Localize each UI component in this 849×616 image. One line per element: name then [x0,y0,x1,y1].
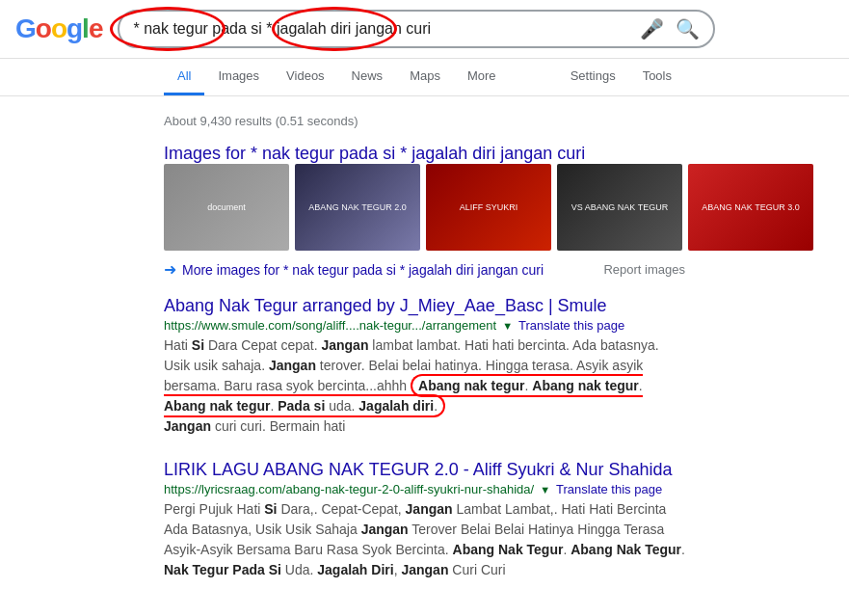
search-bar: 🎤 🔍 [118,10,715,48]
result-snippet-2: Pergi Pujuk Hati Si Dara,. Cepat-Cepat, … [164,499,685,580]
translate-link-2[interactable]: Translate this page [556,482,662,496]
tab-maps[interactable]: Maps [396,59,454,95]
result-url-1: https://www.smule.com/song/aliff....nak-… [164,318,496,333]
result-item-2: LIRIK LAGU ABANG NAK TEGUR 2.0 - Aliff S… [164,460,685,580]
thumbnail-5[interactable]: ABANG NAK TEGUR 3.0 [688,164,813,251]
tab-tools[interactable]: Tools [629,59,685,95]
thumbnail-1[interactable]: document [164,164,289,251]
thumb-label-5: ABANG NAK TEGUR 3.0 [688,164,813,251]
report-images-link[interactable]: Report images [603,262,685,277]
result-url-row-2: https://lyricsraag.com/abang-nak-tegur-2… [164,482,685,496]
result-title-1[interactable]: Abang Nak Tegur arranged by J_Miey_Aae_B… [164,296,685,316]
search-icon[interactable]: 🔍 [676,17,700,40]
thumbnail-3[interactable]: ALIFF SYUKRI [426,164,551,251]
images-for-link[interactable]: Images for * nak tegur pada si * jagalah… [164,144,585,163]
image-strip: document ABANG NAK TEGUR 2.0 ALIFF SYUKR… [164,164,685,251]
nav-tabs: All Images Videos News Maps More Setting… [0,59,849,96]
microphone-icon[interactable]: 🎤 [640,17,664,40]
more-images-link[interactable]: ➜ More images for * nak tegur pada si * … [164,260,544,279]
thumbnail-2[interactable]: ABANG NAK TEGUR 2.0 [295,164,420,251]
more-images-text: More images for * nak tegur pada si * ja… [182,262,544,278]
dropdown-arrow-2[interactable]: ▼ [540,484,550,495]
google-logo[interactable]: Google [15,13,102,44]
result-stats: About 9,430 results (0.51 seconds) [164,114,685,128]
result-snippet-1: Hati Si Dara Cepat cepat. Jangan lambat … [164,335,685,437]
thumb-label-2: ABANG NAK TEGUR 2.0 [295,164,420,251]
arrow-right-icon: ➜ [164,260,176,279]
tab-images[interactable]: Images [204,59,273,95]
result-url-row-1: https://www.smule.com/song/aliff....nak-… [164,318,685,333]
tab-more[interactable]: More [454,59,510,95]
search-input[interactable] [133,20,640,38]
translate-link-1[interactable]: Translate this page [518,318,624,333]
tab-settings[interactable]: Settings [557,59,629,95]
dropdown-arrow-1[interactable]: ▼ [502,320,513,332]
result-url-2: https://lyricsraag.com/abang-nak-tegur-2… [164,482,534,496]
result-title-2[interactable]: LIRIK LAGU ABANG NAK TEGUR 2.0 - Aliff S… [164,460,685,480]
tab-all[interactable]: All [164,59,204,95]
tab-news[interactable]: News [338,59,397,95]
thumb-label-4: VS ABANG NAK TEGUR [557,164,682,251]
result-item-1: Abang Nak Tegur arranged by J_Miey_Aae_B… [164,296,685,437]
thumbnail-4[interactable]: VS ABANG NAK TEGUR [557,164,682,251]
thumb-label-3: ALIFF SYUKRI [426,164,551,251]
more-images-row: ➜ More images for * nak tegur pada si * … [164,260,685,279]
tab-videos[interactable]: Videos [273,59,338,95]
thumb-label-1: document [164,164,289,251]
